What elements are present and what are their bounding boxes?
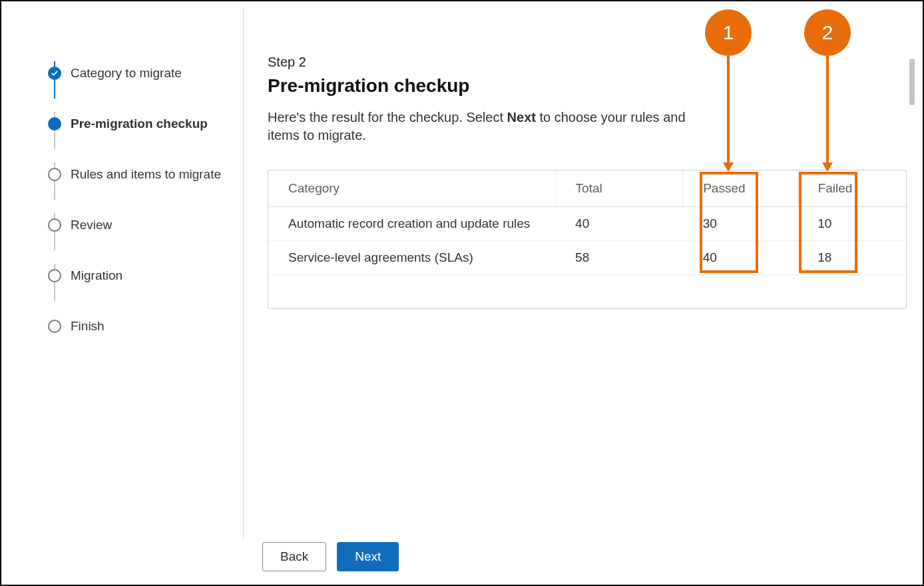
col-header-passed[interactable]: Passed — [683, 170, 798, 207]
cell-total: 40 — [555, 207, 683, 241]
cell-failed: 18 — [798, 241, 906, 275]
cell-category: Automatic record creation and update rul… — [268, 207, 555, 241]
app-frame: Category to migrate Pre-migration checku… — [0, 0, 924, 586]
callout-number: 1 — [723, 21, 734, 44]
step-upcoming-icon — [48, 320, 61, 333]
step-label: Review — [71, 218, 112, 232]
step-label: Pre-migration checkup — [71, 117, 208, 131]
step-category-to-migrate[interactable]: Category to migrate — [48, 48, 241, 99]
step-label: Rules and items to migrate — [71, 167, 221, 182]
cell-failed: 10 — [798, 207, 906, 241]
back-button[interactable]: Back — [262, 542, 326, 571]
step-pre-migration-checkup[interactable]: Pre-migration checkup — [48, 99, 241, 149]
col-header-total[interactable]: Total — [555, 170, 683, 207]
step-label: Category to migrate — [71, 66, 182, 81]
wizard-steps-sidebar: Category to migrate Pre-migration checku… — [48, 48, 241, 352]
step-number: Step 2 — [268, 55, 909, 70]
page-description: Here's the result for the checkup. Selec… — [268, 109, 694, 145]
checkup-results-panel: Category Total Passed Failed Automatic r… — [268, 170, 907, 309]
step-label: Migration — [71, 268, 122, 283]
button-label: Back — [280, 549, 308, 564]
next-button[interactable]: Next — [337, 542, 399, 571]
cell-total: 58 — [555, 241, 683, 275]
col-header-failed[interactable]: Failed — [798, 170, 906, 207]
cell-passed: 40 — [683, 241, 798, 275]
vertical-scrollbar[interactable] — [909, 59, 915, 105]
table-row[interactable]: Automatic record creation and update rul… — [268, 207, 906, 241]
step-current-icon — [48, 117, 61, 131]
col-header-category[interactable]: Category — [268, 170, 555, 207]
sidebar-divider — [243, 8, 244, 541]
step-label: Finish — [71, 319, 105, 334]
callout-number: 2 — [822, 21, 833, 44]
checkup-results-table: Category Total Passed Failed Automatic r… — [268, 170, 906, 275]
step-rules-and-items[interactable]: Rules and items to migrate — [48, 149, 241, 200]
main-content: Step 2 Pre-migration checkup Here's the … — [268, 55, 909, 309]
step-upcoming-icon — [48, 168, 61, 181]
step-review[interactable]: Review — [48, 200, 241, 250]
table-header-row: Category Total Passed Failed — [268, 170, 906, 207]
page-title: Pre-migration checkup — [268, 75, 909, 97]
cell-category: Service-level agreements (SLAs) — [268, 241, 555, 275]
annotation-callout-2: 2 — [804, 9, 851, 56]
step-upcoming-icon — [48, 269, 61, 282]
cell-passed: 30 — [683, 207, 798, 241]
step-finish[interactable]: Finish — [48, 301, 241, 352]
wizard-footer: Back Next — [262, 542, 399, 571]
step-upcoming-icon — [48, 218, 61, 232]
desc-text: Here's the result for the checkup. Selec… — [268, 110, 507, 125]
table-row[interactable]: Service-level agreements (SLAs) 58 40 18 — [268, 241, 906, 275]
desc-bold: Next — [507, 110, 536, 125]
annotation-callout-1: 1 — [705, 9, 752, 56]
step-migration[interactable]: Migration — [48, 250, 241, 301]
button-label: Next — [355, 549, 381, 564]
checkmark-icon — [48, 67, 61, 80]
